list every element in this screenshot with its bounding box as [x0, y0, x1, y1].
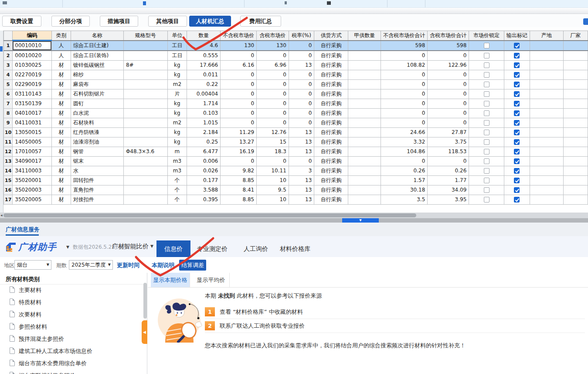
- cell-name[interactable]: 水: [71, 166, 123, 175]
- cell-supply[interactable]: 自行采购: [314, 89, 348, 99]
- cell-locked[interactable]: [469, 60, 504, 70]
- cell-total_inc[interactable]: 0: [428, 118, 469, 127]
- cell-tax[interactable]: 0: [289, 89, 314, 99]
- output-flag-checkbox[interactable]: [514, 130, 520, 135]
- cell-tax[interactable]: 0: [289, 70, 314, 79]
- cell-qty[interactable]: 0.103: [187, 108, 221, 118]
- price-tab-1[interactable]: 显示本期价格: [151, 273, 190, 287]
- cell-vendor[interactable]: [563, 175, 588, 185]
- sidebar-item-1[interactable]: 主要材料: [10, 284, 136, 296]
- output-flag-checkbox[interactable]: [514, 139, 520, 145]
- cell-output[interactable]: [504, 51, 530, 60]
- output-flag-checkbox[interactable]: [514, 158, 520, 164]
- cell-price_inc[interactable]: 0: [257, 89, 289, 99]
- cell-cat[interactable]: 材: [52, 127, 71, 137]
- cell-name[interactable]: 麻袋布: [71, 79, 123, 89]
- cell-supply[interactable]: 自行采购: [314, 60, 348, 70]
- region-select[interactable]: 烟台▼: [14, 260, 51, 270]
- market-price-lock-checkbox[interactable]: [484, 187, 489, 193]
- cell-total_inc[interactable]: 0: [428, 79, 469, 89]
- cell-code[interactable]: 00010020: [13, 51, 52, 60]
- nav-tab-1[interactable]: 信息价: [156, 240, 190, 257]
- market-price-lock-checkbox[interactable]: [484, 149, 489, 154]
- cell-total_ex[interactable]: 30.18: [381, 185, 428, 195]
- cell-name[interactable]: 红丹防锈漆: [71, 127, 123, 137]
- cell-name[interactable]: 回转扣件: [71, 175, 123, 185]
- cell-total_inc[interactable]: 122.96: [428, 60, 469, 70]
- column-header-tax[interactable]: 税率(%): [289, 31, 314, 41]
- cell-name[interactable]: 锯末: [71, 156, 123, 166]
- cell-no[interactable]: 10: [4, 127, 13, 137]
- cell-name[interactable]: 钢管: [71, 147, 123, 156]
- cell-qty[interactable]: 0.555: [187, 51, 221, 60]
- cell-owner_qty[interactable]: [348, 51, 381, 60]
- cell-tax[interactable]: 0: [289, 156, 314, 166]
- cell-code[interactable]: 35020003: [13, 185, 52, 195]
- cell-origin[interactable]: [530, 60, 563, 70]
- cell-unit[interactable]: m: [167, 147, 187, 156]
- cell-code[interactable]: 03150139: [13, 99, 52, 108]
- cell-total_ex[interactable]: 24.66: [381, 127, 428, 137]
- cell-total_inc[interactable]: 0: [428, 156, 469, 166]
- cell-cat[interactable]: 材: [52, 185, 71, 195]
- result-option-2[interactable]: 2联系广联达人工询价获取专业报价: [205, 319, 585, 333]
- sidebar-item-2[interactable]: 特质材料: [10, 296, 136, 309]
- output-flag-checkbox[interactable]: [514, 82, 520, 87]
- sidebar-collapse-handle[interactable]: ◀: [142, 320, 147, 344]
- cell-cat[interactable]: 材: [52, 195, 71, 204]
- cell-origin[interactable]: [530, 127, 563, 137]
- price-tab-2[interactable]: 显示平均价: [193, 273, 230, 287]
- market-price-lock-checkbox[interactable]: [484, 110, 489, 116]
- column-header-price_ex[interactable]: 不含税市场价: [221, 31, 257, 41]
- panel-title-tab[interactable]: 广材信息服务: [6, 226, 40, 233]
- market-price-lock-checkbox[interactable]: [484, 130, 489, 135]
- cell-owner_qty[interactable]: [348, 137, 381, 147]
- cell-price_inc[interactable]: 18.3: [257, 147, 289, 156]
- settlement-adjust-button[interactable]: 结算调差: [179, 260, 206, 271]
- cell-spec[interactable]: [123, 185, 167, 195]
- cell-owner_qty[interactable]: [348, 185, 381, 195]
- cell-no[interactable]: 16: [4, 185, 13, 195]
- cell-spec[interactable]: [123, 70, 167, 79]
- cell-tax[interactable]: 13: [289, 175, 314, 185]
- cell-owner_qty[interactable]: [348, 195, 381, 204]
- cell-unit[interactable]: kg: [167, 99, 187, 108]
- cell-price_inc[interactable]: 0: [257, 118, 289, 127]
- cell-unit[interactable]: kg: [167, 60, 187, 70]
- cell-supply[interactable]: 自行采购: [314, 156, 348, 166]
- output-flag-checkbox[interactable]: [514, 62, 520, 68]
- cell-qty[interactable]: 0.011: [187, 70, 221, 79]
- cell-spec[interactable]: [123, 79, 167, 89]
- cell-total_ex[interactable]: 3.32: [381, 137, 428, 147]
- cell-cat[interactable]: 材: [52, 79, 71, 89]
- cell-origin[interactable]: [530, 51, 563, 60]
- cell-owner_qty[interactable]: [348, 127, 381, 137]
- cell-output[interactable]: [504, 166, 530, 175]
- column-header-code[interactable]: 编码: [13, 31, 52, 41]
- cell-unit[interactable]: kg: [167, 108, 187, 118]
- cell-total_inc[interactable]: 0.26: [428, 166, 469, 175]
- cell-unit[interactable]: 工日: [167, 41, 187, 51]
- cell-locked[interactable]: [469, 41, 504, 51]
- cell-no[interactable]: 2: [4, 51, 13, 60]
- cell-code[interactable]: 03110143: [13, 89, 52, 99]
- sidebar-item-8[interactable]: 烟台市预拌砂浆参照价: [10, 370, 136, 374]
- code-cell-editor[interactable]: 00010010: [13, 41, 52, 51]
- cell-tax[interactable]: 3: [289, 166, 314, 175]
- cell-total_ex[interactable]: 598: [381, 41, 428, 51]
- cell-code[interactable]: 34110003: [13, 166, 52, 175]
- cell-total_inc[interactable]: 0: [428, 99, 469, 108]
- cell-output[interactable]: [504, 137, 530, 147]
- cell-total_ex[interactable]: 0: [381, 79, 428, 89]
- cell-spec[interactable]: [123, 41, 167, 51]
- cell-tax[interactable]: 0: [289, 99, 314, 108]
- cell-origin[interactable]: [530, 185, 563, 195]
- cell-name[interactable]: 镀锌低碳钢丝: [71, 60, 123, 70]
- cell-qty[interactable]: 0.026: [187, 166, 221, 175]
- cell-output[interactable]: [504, 185, 530, 195]
- cell-origin[interactable]: [530, 41, 563, 51]
- cell-name[interactable]: 棉纱: [71, 70, 123, 79]
- column-header-output[interactable]: 输出标记: [504, 31, 530, 41]
- column-header-spec[interactable]: 规格型号: [123, 31, 167, 41]
- cell-vendor[interactable]: [563, 108, 588, 118]
